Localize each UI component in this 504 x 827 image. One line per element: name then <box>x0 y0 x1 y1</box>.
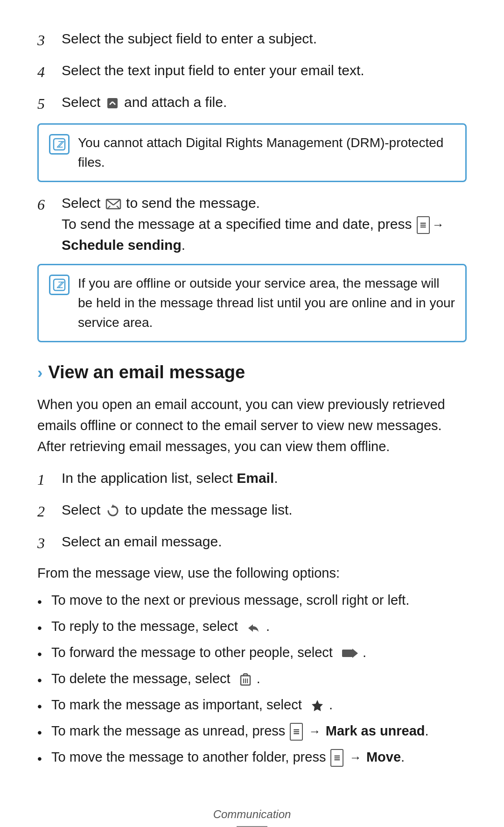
bullet-dot-5: • <box>37 695 51 716</box>
bullet-6-text: To mark the message as unread, press ≡ →… <box>51 721 467 742</box>
view-step-1: 1 In the application list, select Email. <box>37 467 467 491</box>
bullet-4: • To delete the message, select . <box>37 669 467 690</box>
view-step-3: 3 Select an email message. <box>37 531 467 554</box>
bullet-dot-1: • <box>37 590 51 612</box>
bullet-1-text: To move to the next or previous message,… <box>51 590 467 611</box>
step-4: 4 Select the text input field to enter y… <box>37 60 467 83</box>
chevron-icon: › <box>37 360 42 384</box>
step-4-text: Select the text input field to enter you… <box>62 60 467 81</box>
bullet-dot-6: • <box>37 721 51 742</box>
refresh-icon <box>105 503 120 518</box>
step-6-number: 6 <box>37 192 62 216</box>
trash-icon <box>239 672 252 687</box>
star-icon <box>310 699 324 713</box>
bullet-dot-3: • <box>37 643 51 664</box>
note-icon-2: ℤ <box>49 275 70 295</box>
attach-icon <box>105 96 119 110</box>
svg-text:ℤ: ℤ <box>56 140 64 149</box>
from-text: From the message view, use the following… <box>37 563 467 584</box>
step-5-number: 5 <box>37 92 62 115</box>
bullet-2: • To reply to the message, select . <box>37 616 467 638</box>
bullet-6: • To mark the message as unread, press ≡… <box>37 721 467 742</box>
section-intro: When you open an email account, you can … <box>37 394 467 457</box>
step-5: 5 Select and attach a file. <box>37 92 467 115</box>
svg-marker-23 <box>312 700 323 711</box>
arrow-b6: → <box>305 724 324 738</box>
bullet-list: • To move to the next or previous messag… <box>37 590 467 769</box>
menu-key-b7: ≡ <box>330 749 343 767</box>
note-box-1: ℤ You cannot attach Digital Rights Manag… <box>37 123 467 182</box>
note-icon-1: ℤ <box>49 134 70 155</box>
arrow-6: → <box>432 218 444 232</box>
bullet-dot-4: • <box>37 669 51 690</box>
view-step-2: 2 Select to update the message list. <box>37 499 467 523</box>
bullet-7: • To move the message to another folder,… <box>37 747 467 769</box>
step-3-text: Select the subject field to enter a subj… <box>62 28 467 49</box>
view-step-1-text: In the application list, select Email. <box>62 467 467 488</box>
step-6: 6 Select to send the message. To send th… <box>37 192 467 255</box>
view-step-3-number: 3 <box>37 531 62 554</box>
reply-icon <box>246 621 261 634</box>
bullet-5-text: To mark the message as important, select… <box>51 695 467 715</box>
step-3: 3 Select the subject field to enter a su… <box>37 28 467 51</box>
section-heading: › View an email message <box>37 359 467 386</box>
view-step-2-text: Select to update the message list. <box>62 499 467 520</box>
note-2-text: If you are offline or outside your servi… <box>78 274 455 332</box>
bullet-4-text: To delete the message, select . <box>51 669 467 689</box>
step-6-text: Select to send the message. To send the … <box>62 192 467 255</box>
bullet-2-text: To reply to the message, select . <box>51 616 467 637</box>
svg-text:ℤ: ℤ <box>56 281 64 290</box>
section-title: View an email message <box>48 359 245 386</box>
view-step-2-number: 2 <box>37 499 62 523</box>
send-icon <box>105 198 121 211</box>
note-box-2: ℤ If you are offline or outside your ser… <box>37 264 467 342</box>
forward-icon <box>341 647 358 660</box>
arrow-b7: → <box>346 750 364 764</box>
bullet-dot-2: • <box>37 616 51 638</box>
bullet-dot-7: • <box>37 747 51 769</box>
svg-line-6 <box>106 199 113 205</box>
svg-rect-13 <box>342 650 353 657</box>
step-5-text: Select and attach a file. <box>62 92 467 113</box>
note-1-text: You cannot attach Digital Rights Managem… <box>78 133 455 172</box>
svg-marker-14 <box>352 649 358 658</box>
step-3-number: 3 <box>37 28 62 51</box>
bullet-1: • To move to the next or previous messag… <box>37 590 467 612</box>
bullet-7-text: To move the message to another folder, p… <box>51 747 467 768</box>
page-footer: Communication 60 <box>37 797 467 827</box>
view-step-1-number: 1 <box>37 467 62 491</box>
bullet-5: • To mark the message as important, sele… <box>37 695 467 716</box>
bullet-3: • To forward the message to other people… <box>37 643 467 664</box>
svg-line-7 <box>113 199 120 205</box>
menu-key-b6: ≡ <box>290 723 303 741</box>
footer-label: Communication <box>37 806 467 823</box>
step-4-number: 4 <box>37 60 62 83</box>
view-step-3-text: Select an email message. <box>62 531 467 552</box>
bullet-3-text: To forward the message to other people, … <box>51 643 467 663</box>
menu-key-6: ≡ <box>417 216 430 234</box>
svg-rect-0 <box>107 98 118 108</box>
